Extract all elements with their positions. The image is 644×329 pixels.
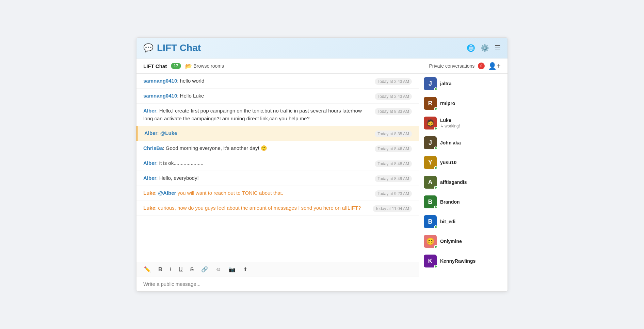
users-sidebar: J jaltra R rmipro 🧔	[419, 74, 508, 291]
add-user-icon[interactable]: 👤+	[488, 62, 501, 70]
online-indicator	[434, 87, 437, 91]
user-info: afftisgandis	[440, 179, 503, 185]
online-indicator	[434, 206, 437, 209]
chat-bubble-icon: 💬	[143, 43, 154, 53]
user-info: KennyRawlings	[440, 258, 503, 264]
message-author: Alber	[143, 108, 156, 114]
editor-toolbar: ✏️ B I U S 🔗 ☺ 📷 ⬆	[136, 262, 419, 277]
table-row: Luke: @Alber you will want to reach out …	[136, 186, 419, 201]
list-item[interactable]: B Brandon	[419, 192, 508, 212]
online-indicator	[434, 186, 437, 189]
user-name: bit_edi	[440, 219, 503, 224]
settings-icon[interactable]: ⚙️	[481, 44, 489, 52]
message-time: Today at 8:35 AM	[375, 131, 412, 137]
message-time: Today at 2:43 AM	[375, 93, 412, 100]
user-info: jaltra	[440, 81, 503, 86]
emoji-button[interactable]: ☺	[213, 265, 223, 274]
italic-button[interactable]: I	[168, 265, 173, 274]
message-input-area	[136, 277, 419, 291]
message-time: Today at 8:48 AM	[375, 160, 412, 167]
browse-rooms-label: Browse rooms	[194, 63, 224, 69]
message-author: Alber	[143, 160, 156, 166]
sub-header: LIFT Chat 17 📂 Browse rooms Private conv…	[136, 58, 508, 74]
message-content: ChrisBa: Good morning everyone, it's ano…	[143, 144, 369, 152]
message-text: you will want to reach out to TONIC abou…	[176, 190, 283, 196]
room-title: LIFT Chat	[143, 63, 167, 69]
list-item[interactable]: A afftisgandis	[419, 172, 508, 192]
message-text: : it is ok.....................	[156, 160, 203, 166]
user-name: Brandon	[440, 199, 503, 205]
avatar: R	[424, 97, 437, 110]
message-author: samnang0410	[143, 93, 177, 99]
table-row: Alber: it is ok..................... Tod…	[136, 156, 419, 171]
browse-rooms-button[interactable]: 📂 Browse rooms	[185, 63, 224, 69]
link-button[interactable]: 🔗	[199, 265, 210, 274]
message-content: samnang0410: hello world	[143, 77, 369, 85]
online-indicator	[434, 225, 437, 229]
chat-area: samnang0410: hello world Today at 2:43 A…	[136, 74, 419, 291]
online-indicator	[434, 127, 437, 130]
message-author: Alber	[144, 130, 157, 136]
list-item[interactable]: 🧔 Luke ↳ working!	[419, 113, 508, 133]
message-input[interactable]	[143, 281, 412, 287]
camera-button[interactable]: 📷	[227, 265, 238, 274]
message-text: :	[157, 130, 160, 136]
message-time: Today at 2:43 AM	[375, 78, 412, 85]
online-indicator	[434, 245, 437, 248]
table-row: Alber: @Luke Today at 8:35 AM	[136, 126, 419, 141]
table-row: ChrisBa: Good morning everyone, it's ano…	[136, 141, 419, 156]
message-author: samnang0410	[143, 78, 177, 84]
online-indicator	[434, 146, 437, 150]
table-row: samnang0410: Hello Luke Today at 2:43 AM	[136, 89, 419, 104]
list-item[interactable]: B bit_edi	[419, 212, 508, 231]
folder-icon: 📂	[185, 63, 192, 69]
table-row: Alber: Hello,I create first pop campaing…	[136, 104, 419, 126]
bold-button[interactable]: B	[156, 265, 164, 274]
message-text: : hello world	[177, 78, 204, 84]
user-name: yusu10	[440, 160, 503, 165]
globe-icon[interactable]: 🌐	[467, 44, 475, 52]
user-name: jaltra	[440, 81, 503, 86]
list-item[interactable]: 😊 Onlymine	[419, 231, 508, 251]
avatar: 😊	[424, 235, 437, 248]
message-author: Alber	[143, 175, 156, 181]
underline-button[interactable]: U	[177, 265, 185, 274]
message-content: Luke: curious, how do you guys feel abou…	[143, 204, 367, 212]
message-time: Today at 8:49 AM	[375, 175, 412, 182]
menu-icon[interactable]: ☰	[495, 44, 501, 52]
pen-button[interactable]: ✏️	[142, 265, 153, 274]
user-name: Onlymine	[440, 239, 503, 244]
user-info: rmipro	[440, 101, 503, 106]
list-item[interactable]: J jaltra	[419, 74, 508, 93]
list-item[interactable]: K KennyRawlings	[419, 251, 508, 271]
private-conv-label: Private conversations	[429, 63, 474, 69]
message-content: samnang0410: Hello Luke	[143, 92, 369, 100]
upload-button[interactable]: ⬆	[241, 265, 249, 274]
sub-header-right: Private conversations 0 👤+	[429, 62, 501, 70]
main-layout: samnang0410: hello world Today at 2:43 A…	[136, 74, 508, 291]
strikethrough-button[interactable]: S	[188, 265, 196, 274]
message-time: Today at 8:33 AM	[375, 108, 412, 115]
message-text: : Hello,I create first pop campaingn on …	[143, 108, 362, 121]
list-item[interactable]: J John aka	[419, 133, 508, 153]
room-badge: 17	[171, 63, 181, 69]
app-title: LIFT Chat	[157, 42, 201, 53]
message-content: Alber: Hello, everybody!	[143, 174, 369, 182]
user-name: Luke	[440, 118, 503, 123]
list-item[interactable]: R rmipro	[419, 93, 508, 113]
user-name: afftisgandis	[440, 179, 503, 185]
list-item[interactable]: Y yusu10	[419, 153, 508, 172]
message-content: Alber: it is ok.....................	[143, 159, 369, 167]
user-status: ↳ working!	[440, 124, 503, 128]
avatar: J	[424, 77, 437, 90]
avatar: B	[424, 195, 437, 208]
user-name: rmipro	[440, 101, 503, 106]
mention-alber: @Alber	[158, 190, 176, 196]
table-row: Luke: curious, how do you guys feel abou…	[136, 201, 419, 216]
sub-header-left: LIFT Chat 17 📂 Browse rooms	[143, 63, 224, 69]
user-name: John aka	[440, 140, 503, 145]
avatar: A	[424, 176, 437, 189]
message-time: Today at 9:23 AM	[375, 190, 412, 197]
message-content: Alber: Hello,I create first pop campaing…	[143, 107, 369, 122]
avatar: J	[424, 136, 437, 149]
